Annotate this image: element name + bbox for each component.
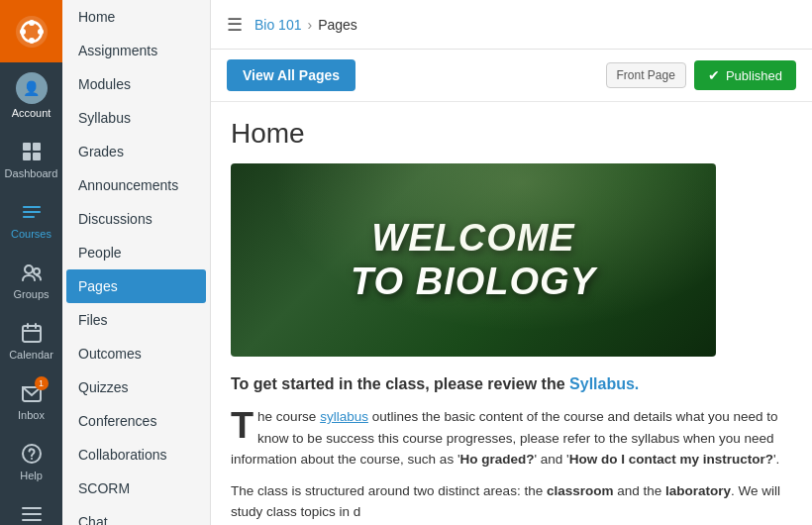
syllabus-link[interactable]: Syllabus.	[569, 375, 639, 392]
published-button[interactable]: ✔ Published	[694, 60, 796, 90]
nav-item-scorm[interactable]: SCORM	[62, 472, 210, 505]
sidebar-item-account[interactable]: 👤 Account	[0, 62, 62, 129]
svg-point-3	[29, 38, 35, 44]
svg-point-10	[25, 265, 33, 273]
avatar: 👤	[16, 72, 48, 104]
canvas-logo-icon	[14, 14, 50, 50]
help-label: Help	[20, 470, 43, 481]
sidebar-item-groups[interactable]: Groups	[0, 250, 62, 310]
nav-item-files[interactable]: Files	[62, 303, 210, 337]
sidebar-item-calendar[interactable]: Calendar	[0, 310, 62, 370]
sidebar-item-courses[interactable]: Courses	[0, 189, 62, 250]
inbox-badge: 1	[35, 376, 49, 390]
inbox-label: Inbox	[18, 409, 45, 421]
courses-label: Courses	[11, 228, 51, 240]
page-toolbar: View All Pages Front Page ✔ Published	[211, 50, 812, 102]
svg-point-14	[31, 458, 33, 460]
nav-item-modules[interactable]: Modules	[62, 67, 210, 101]
help-icon	[19, 441, 45, 467]
dashboard-icon	[19, 139, 45, 164]
hamburger-icon[interactable]: ☰	[227, 14, 243, 36]
svg-rect-9	[33, 153, 41, 160]
groups-label: Groups	[13, 288, 49, 300]
intro-heading: To get started in the class, please revi…	[231, 372, 792, 396]
nav-item-collaborations[interactable]: Collaborations	[62, 438, 210, 472]
canvas-logo[interactable]	[0, 0, 62, 62]
svg-rect-6	[23, 143, 31, 151]
calendar-label: Calendar	[9, 349, 53, 361]
svg-rect-7	[33, 143, 41, 151]
body-paragraph-1: The course syllabus outlines the basic c…	[231, 406, 792, 471]
main-content-area: ☰ Bio 101 › Pages View All Pages Front P…	[211, 0, 812, 525]
svg-point-11	[34, 268, 40, 274]
page-title: Home	[231, 118, 792, 150]
dashboard-label: Dashboard	[5, 167, 58, 179]
course-navigation: Home Assignments Modules Syllabus Grades…	[62, 0, 211, 525]
calendar-icon	[19, 320, 45, 346]
collapse-icon	[19, 501, 45, 525]
global-navigation: 👤 Account Dashboard Courses Groups Calen…	[0, 0, 62, 525]
nav-item-syllabus[interactable]: Syllabus	[62, 101, 210, 135]
welcome-image: WELCOME TO BIOLOGY	[231, 163, 716, 357]
breadcrumb: Bio 101 › Pages	[254, 17, 357, 33]
sidebar-item-help[interactable]: Help	[0, 431, 62, 491]
nav-item-people[interactable]: People	[62, 236, 210, 269]
breadcrumb-separator: ›	[307, 17, 312, 33]
breadcrumb-current: Pages	[318, 17, 357, 33]
body-paragraph-2: The class is structured around two disti…	[231, 480, 792, 523]
nav-item-chat[interactable]: Chat	[62, 505, 210, 525]
nav-item-home[interactable]: Home	[62, 0, 210, 34]
nav-item-assignments[interactable]: Assignments	[62, 34, 210, 67]
page-content: Home WELCOME TO BIOLOGY To get started i…	[211, 102, 812, 525]
nav-item-discussions[interactable]: Discussions	[62, 202, 210, 236]
svg-rect-8	[23, 153, 31, 160]
view-all-pages-button[interactable]: View All Pages	[227, 59, 355, 91]
sidebar-item-collapse[interactable]	[0, 491, 62, 525]
nav-item-outcomes[interactable]: Outcomes	[62, 337, 210, 370]
breadcrumb-course-link[interactable]: Bio 101	[254, 17, 301, 33]
header-bar: ☰ Bio 101 › Pages	[211, 0, 812, 50]
nav-item-quizzes[interactable]: Quizzes	[62, 370, 210, 404]
svg-point-13	[23, 445, 41, 463]
sidebar-item-dashboard[interactable]: Dashboard	[0, 129, 62, 189]
nav-item-grades[interactable]: Grades	[62, 135, 210, 168]
nav-item-conferences[interactable]: Conferences	[62, 404, 210, 438]
nav-item-announcements[interactable]: Announcements	[62, 168, 210, 202]
inbox-icon: 1	[19, 380, 45, 406]
syllabus-inline-link[interactable]: syllabus	[320, 409, 368, 424]
front-page-badge: Front Page	[606, 62, 686, 88]
courses-icon	[19, 199, 45, 225]
account-label: Account	[12, 107, 51, 119]
svg-point-2	[29, 20, 35, 26]
light-rays-overlay	[231, 163, 716, 357]
groups-icon	[19, 260, 45, 285]
svg-rect-12	[23, 326, 41, 342]
svg-point-4	[20, 29, 26, 35]
nav-item-pages[interactable]: Pages	[62, 269, 210, 303]
sidebar-item-inbox[interactable]: 1 Inbox	[0, 370, 62, 431]
check-circle-icon: ✔	[708, 67, 720, 83]
svg-point-5	[38, 29, 44, 35]
